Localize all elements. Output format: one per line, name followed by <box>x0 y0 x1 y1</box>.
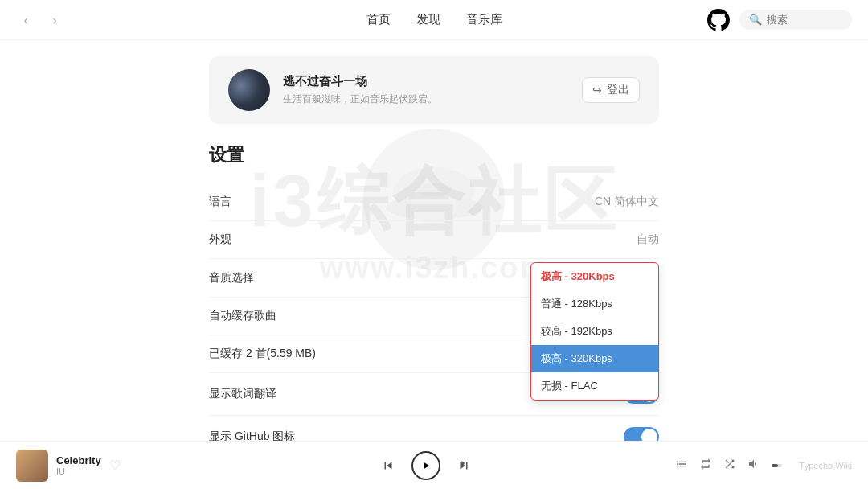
user-card: 逃不过奋斗一场 生活百般滋味，正如音乐起伏跌宕。 ↪ 登出 <box>209 56 659 124</box>
volume-bar[interactable] <box>772 464 782 467</box>
language-label: 语言 <box>209 195 231 209</box>
prev-button[interactable] <box>381 458 395 473</box>
nav-discover[interactable]: 发现 <box>416 12 440 27</box>
search-icon: 🔍 <box>749 14 762 26</box>
user-info: 逃不过奋斗一场 生活百般滋味，正如音乐起伏跌宕。 <box>283 74 569 106</box>
theme-label: 外观 <box>209 232 231 247</box>
settings-row-language: 语言 CN 简体中文 <box>209 183 659 221</box>
top-navigation: ‹ › 首页 发现 音乐库 🔍 <box>0 0 868 40</box>
player-thumbnail <box>16 450 48 482</box>
quality-option-3[interactable]: 极高 - 320Kbps <box>531 345 658 372</box>
nav-right: 🔍 <box>707 9 852 31</box>
brand-text: Typecho.Wiki <box>800 461 852 471</box>
quality-option-1[interactable]: 普通 - 128Kbps <box>531 290 658 318</box>
player-artist: IU <box>56 466 101 476</box>
play-button[interactable] <box>411 451 440 480</box>
nav-home[interactable]: 首页 <box>366 12 391 27</box>
settings-title: 设置 <box>209 143 659 167</box>
quality-option-4[interactable]: 无损 - FLAC <box>531 372 658 400</box>
theme-value[interactable]: 自动 <box>637 232 659 247</box>
forward-button[interactable]: › <box>45 10 64 30</box>
logout-button[interactable]: ↪ 登出 <box>582 77 640 103</box>
github-icon[interactable] <box>707 9 730 31</box>
settings-row-quality: 音质选择 极高 - 320Kbps 极高 - 320Kbps 普通 - 128K… <box>209 259 659 298</box>
quality-dropdown-menu: 极高 - 320Kbps 普通 - 128Kbps 较高 - 192Kbps 极… <box>530 262 659 401</box>
nav-center: 首页 发现 音乐库 <box>366 12 502 27</box>
volume-icon[interactable] <box>747 458 760 474</box>
back-button[interactable]: ‹ <box>16 10 35 30</box>
settings-section: 设置 语言 CN 简体中文 外观 自动 音质选择 极高 - 320Kbps 极高… <box>209 143 659 449</box>
player-song-name: Celebrity <box>56 454 101 466</box>
settings-row-theme: 外观 自动 <box>209 221 659 259</box>
quality-option-2[interactable]: 较高 - 192Kbps <box>531 318 658 345</box>
lyrics-label: 显示歌词翻译 <box>209 387 276 401</box>
language-value[interactable]: CN 简体中文 <box>595 195 659 209</box>
player-song-info: Celebrity IU <box>56 454 101 476</box>
player-right: Typecho.Wiki <box>675 458 852 474</box>
quality-dropdown-wrapper: 极高 - 320Kbps 极高 - 320Kbps 普通 - 128Kbps 较… <box>579 270 659 286</box>
user-name: 逃不过奋斗一场 <box>283 74 569 89</box>
logout-label: 登出 <box>607 83 629 97</box>
user-avatar <box>228 69 270 111</box>
nav-arrows: ‹ › <box>16 10 64 30</box>
quality-option-0[interactable]: 极高 - 320Kbps <box>531 263 658 290</box>
bottom-player: Celebrity IU ♡ Typecho.Wiki <box>0 441 868 489</box>
cached-label: 已缓存 2 首(5.59 MB) <box>209 347 316 361</box>
player-controls <box>177 451 675 480</box>
shuffle-icon[interactable] <box>723 458 736 474</box>
user-description: 生活百般滋味，正如音乐起伏跌宕。 <box>283 92 569 106</box>
nav-library[interactable]: 音乐库 <box>466 12 502 27</box>
volume-fill <box>772 464 778 467</box>
next-button[interactable] <box>457 458 471 473</box>
player-left: Celebrity IU ♡ <box>16 450 177 482</box>
player-heart-button[interactable]: ♡ <box>109 458 121 473</box>
logout-icon: ↪ <box>592 84 602 97</box>
search-input[interactable] <box>767 14 842 26</box>
repeat-icon[interactable] <box>699 458 712 474</box>
playlist-icon[interactable] <box>675 458 688 474</box>
search-box[interactable]: 🔍 <box>739 10 852 30</box>
cache-label: 自动缓存歌曲 <box>209 309 276 323</box>
main-content: i3综合社区 www.i3zh.com 逃不过奋斗一场 生活百般滋味，正如音乐起… <box>0 40 868 449</box>
quality-label: 音质选择 <box>209 271 254 286</box>
